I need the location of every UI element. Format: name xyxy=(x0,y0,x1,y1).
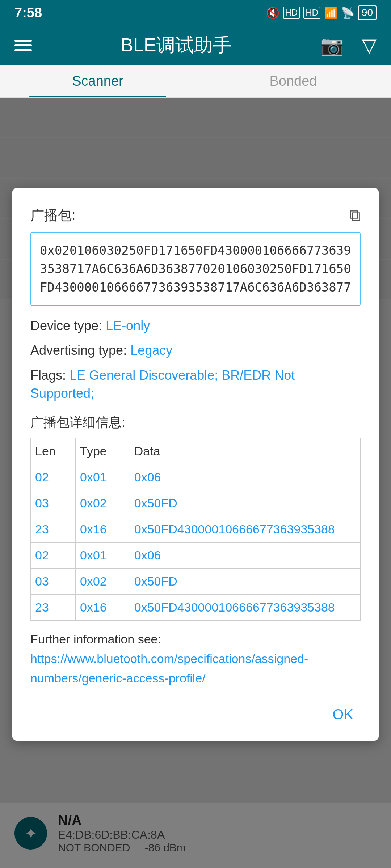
dialog-header: 广播包: ⧉ xyxy=(30,206,361,225)
cell-len: 02 xyxy=(31,542,76,568)
cell-len: 03 xyxy=(31,490,76,516)
col-header-len: Len xyxy=(31,438,76,464)
battery-icon: 90 xyxy=(358,5,377,20)
advertising-type-line: Advertising type: Legacy xyxy=(30,341,361,359)
wifi-icon: 📡 xyxy=(341,7,354,19)
dialog-footer: OK xyxy=(30,703,361,726)
table-row: 030x020x50FD xyxy=(31,568,361,594)
further-info-link[interactable]: https://www.bluetooth.com/specifications… xyxy=(30,652,308,685)
device-type-value: LE-only xyxy=(106,318,150,333)
hex-data-box: 0x020106030250FD171650FD4300001066667736… xyxy=(30,232,361,306)
hex-data-text: 0x020106030250FD171650FD4300001066667736… xyxy=(40,243,351,294)
cell-data: 0x06 xyxy=(130,464,360,490)
table-row: 230x160x50FD43000010666677363935388 xyxy=(31,516,361,542)
filter-icon[interactable]: ▽ xyxy=(362,34,377,56)
cell-data: 0x50FD xyxy=(130,568,360,594)
col-header-data: Data xyxy=(130,438,360,464)
cell-type: 0x16 xyxy=(76,594,130,620)
cell-len: 23 xyxy=(31,516,76,542)
cell-data: 0x50FD43000010666677363935388 xyxy=(130,594,360,620)
menu-icon[interactable] xyxy=(14,40,32,51)
cell-len: 03 xyxy=(31,568,76,594)
status-icons: 🔇 HD HD 📶 📡 90 xyxy=(266,5,377,20)
tab-bar: Scanner Bonded xyxy=(0,65,391,98)
broadcast-dialog: 广播包: ⧉ 0x020106030250FD171650FD430000106… xyxy=(12,188,379,741)
cell-data: 0x50FD43000010666677363935388 xyxy=(130,516,360,542)
signal-icon: 📶 xyxy=(324,7,337,19)
hd-icon2: HD xyxy=(303,7,320,19)
cell-len: 02 xyxy=(31,464,76,490)
cell-type: 0x01 xyxy=(76,542,130,568)
hd-icon: HD xyxy=(283,7,300,19)
data-table: Len Type Data 020x010x06030x020x50FD230x… xyxy=(30,438,361,621)
table-row: 230x160x50FD43000010666677363935388 xyxy=(31,594,361,620)
tab-scanner[interactable]: Scanner xyxy=(0,65,196,97)
cell-type: 0x02 xyxy=(76,568,130,594)
app-bar-actions: 📷 ▽ xyxy=(320,34,377,56)
copy-icon[interactable]: ⧉ xyxy=(349,206,361,225)
flags-line: Flags: LE General Discoverable; BR/EDR N… xyxy=(30,366,361,403)
table-row: 020x010x06 xyxy=(31,542,361,568)
status-time: 7:58 xyxy=(14,5,42,21)
app-title: BLE调试助手 xyxy=(121,33,231,58)
ok-button[interactable]: OK xyxy=(325,703,361,726)
cell-len: 23 xyxy=(31,594,76,620)
further-info: Further information see: https://www.blu… xyxy=(30,629,361,688)
cell-type: 0x16 xyxy=(76,516,130,542)
background-content: 广播包: ⧉ 0x020106030250FD171650FD430000106… xyxy=(0,98,391,868)
flags-value: LE General Discoverable; BR/EDR Not Supp… xyxy=(30,368,295,401)
table-row: 030x020x50FD xyxy=(31,490,361,516)
status-bar: 7:58 🔇 HD HD 📶 📡 90 xyxy=(0,0,391,25)
mute-icon: 🔇 xyxy=(266,7,279,19)
camera-icon[interactable]: 📷 xyxy=(320,34,344,56)
detail-section-title: 广播包详细信息: xyxy=(30,414,361,431)
device-type-line: Device type: LE-only xyxy=(30,317,361,335)
table-row: 020x010x06 xyxy=(31,464,361,490)
app-bar: BLE调试助手 📷 ▽ xyxy=(0,25,391,65)
dialog-title: 广播包: xyxy=(30,206,76,225)
advertising-type-value: Legacy xyxy=(130,343,172,358)
cell-type: 0x01 xyxy=(76,464,130,490)
col-header-type: Type xyxy=(76,438,130,464)
cell-type: 0x02 xyxy=(76,490,130,516)
cell-data: 0x50FD xyxy=(130,490,360,516)
tab-bonded[interactable]: Bonded xyxy=(196,65,391,97)
cell-data: 0x06 xyxy=(130,542,360,568)
